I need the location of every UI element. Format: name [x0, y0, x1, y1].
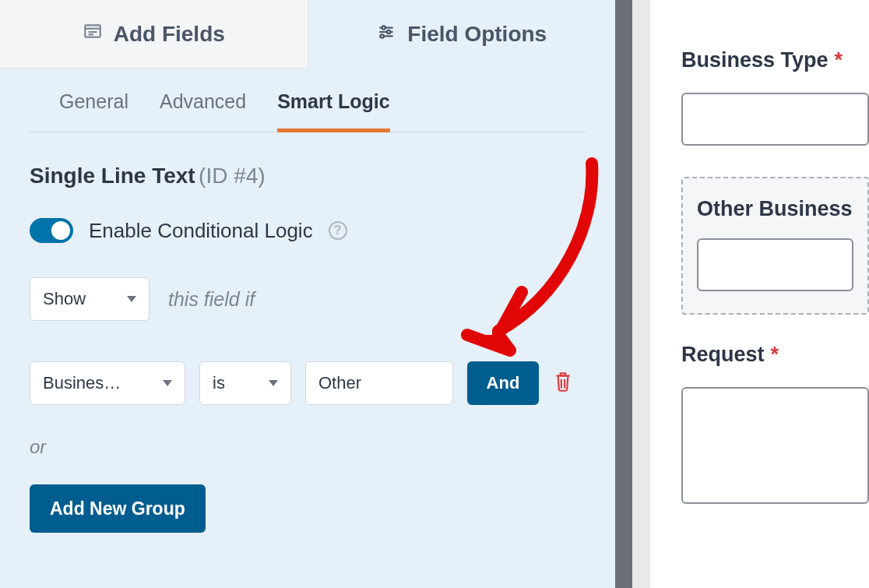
tab-label: Field Options: [407, 22, 547, 47]
delete-rule-button[interactable]: [553, 370, 573, 396]
scrollbar-track[interactable]: [632, 0, 650, 588]
label-text: Request: [681, 343, 765, 367]
or-separator: or: [30, 436, 586, 458]
preview-field-request[interactable]: Request *: [681, 343, 869, 504]
tab-field-options[interactable]: Field Options: [308, 0, 616, 69]
rule-value-text: Other: [318, 373, 361, 393]
action-suffix-text: this field if: [168, 288, 255, 311]
field-id-label: (ID #4): [199, 164, 266, 188]
action-select-value: Show: [43, 289, 86, 309]
preview-request-textarea[interactable]: [681, 387, 869, 504]
rule-field-value: Busines…: [43, 373, 121, 393]
smart-logic-content: Single Line Text (ID #4) Enable Conditio…: [0, 132, 615, 564]
preview-other-business-input[interactable]: [697, 238, 853, 291]
sliders-icon: [376, 22, 396, 48]
trash-icon: [553, 370, 573, 396]
required-asterisk: *: [835, 48, 843, 72]
subtab-advanced[interactable]: Advanced: [160, 90, 246, 132]
field-options-panel: Add Fields Field Options General Advance…: [0, 0, 615, 588]
rule-operator-value: is: [213, 373, 225, 393]
enable-conditional-row: Enable Conditional Logic ?: [30, 218, 586, 243]
chevron-down-icon: [163, 380, 172, 386]
svg-point-9: [381, 34, 384, 37]
preview-business-type-input[interactable]: [681, 93, 869, 146]
divider-dark-strip: [615, 0, 632, 588]
enable-conditional-toggle[interactable]: [30, 218, 73, 243]
subtab-smart-logic[interactable]: Smart Logic: [277, 90, 389, 132]
preview-field-other-business-selected[interactable]: Other Business: [681, 177, 869, 315]
form-preview-panel: Business Type * Other Business Request *: [650, 0, 869, 588]
preview-label: Other Business: [697, 197, 853, 221]
chevron-down-icon: [127, 296, 136, 302]
rule-operator-select[interactable]: is: [199, 361, 291, 405]
tab-label: Add Fields: [114, 22, 225, 47]
rule-value-input[interactable]: Other: [305, 361, 453, 405]
action-row: Show this field if: [30, 277, 586, 321]
subtab-general[interactable]: General: [59, 90, 128, 132]
and-button[interactable]: And: [467, 361, 539, 405]
help-icon[interactable]: ?: [329, 221, 347, 240]
preview-label: Request *: [681, 343, 869, 367]
label-text: Other Business: [697, 197, 853, 221]
condition-rule-row: Busines… is Other And: [30, 361, 586, 405]
field-type-label: Single Line Text: [30, 164, 195, 188]
panel-divider: [615, 0, 650, 588]
required-asterisk: *: [771, 343, 779, 367]
preview-field-business-type[interactable]: Business Type *: [681, 48, 869, 146]
svg-point-5: [382, 26, 385, 29]
tab-add-fields[interactable]: Add Fields: [0, 0, 308, 69]
preview-label: Business Type *: [681, 48, 869, 72]
add-new-group-button[interactable]: Add New Group: [30, 484, 206, 533]
field-heading: Single Line Text (ID #4): [30, 164, 586, 188]
chevron-down-icon: [269, 380, 278, 386]
svg-point-7: [387, 30, 390, 33]
action-select[interactable]: Show: [30, 277, 150, 321]
subtabs: General Advanced Smart Logic: [30, 69, 586, 132]
top-tabs: Add Fields Field Options: [0, 0, 615, 69]
enable-conditional-label: Enable Conditional Logic: [89, 219, 313, 243]
label-text: Business Type: [681, 48, 829, 72]
rule-field-select[interactable]: Busines…: [30, 361, 185, 405]
add-fields-icon: [83, 21, 103, 47]
